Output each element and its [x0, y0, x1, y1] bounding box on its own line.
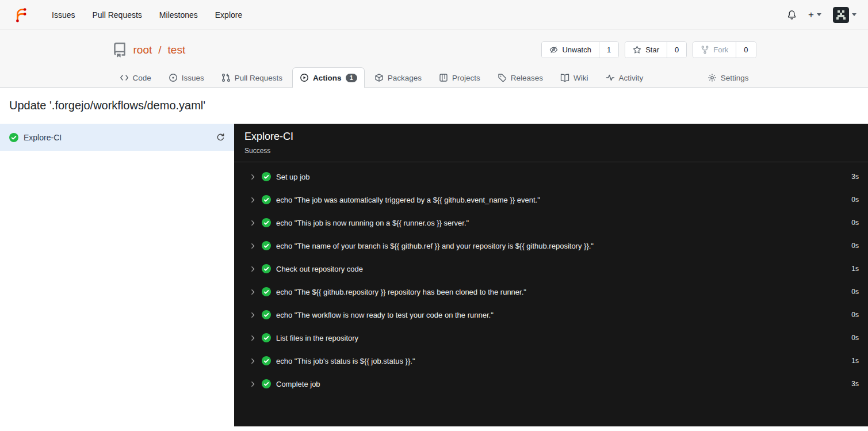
step-row[interactable]: Complete job 3s — [234, 372, 868, 395]
job-list: Explore-CI — [0, 124, 234, 426]
step-row[interactable]: Set up job 3s — [234, 165, 868, 188]
chevron-right-icon — [249, 380, 257, 388]
job-status: Success — [244, 147, 858, 155]
forgejo-logo-icon — [13, 7, 28, 22]
book-icon — [560, 73, 569, 82]
chevron-right-icon — [249, 311, 257, 319]
repo-icon — [112, 43, 127, 58]
step-duration: 0s — [851, 242, 859, 250]
avatar — [833, 7, 849, 23]
notifications-button[interactable] — [787, 10, 797, 20]
chevron-right-icon — [249, 196, 257, 204]
fork-button[interactable]: Fork — [693, 42, 736, 58]
star-count[interactable]: 0 — [667, 42, 686, 58]
log-job-title: Explore-CI — [244, 131, 858, 143]
gear-icon — [708, 73, 717, 82]
step-label: Check out repository code — [276, 265, 839, 273]
nav-item-milestones[interactable]: Milestones — [151, 6, 207, 24]
step-duration: 3s — [851, 380, 859, 388]
tab-activity[interactable]: Activity — [598, 67, 651, 88]
repo-name-link[interactable]: test — [168, 44, 186, 56]
nav-item-explore[interactable]: Explore — [207, 6, 251, 24]
run-view: Update '.forgejo/workflows/demo.yaml' Ex… — [0, 88, 868, 426]
refresh-icon[interactable] — [216, 133, 225, 142]
tab-issues[interactable]: Issues — [161, 67, 212, 88]
bell-icon — [787, 10, 797, 20]
job-item-explore-ci[interactable]: Explore-CI — [0, 124, 234, 151]
step-duration: 0s — [851, 311, 859, 319]
plus-icon: + — [808, 10, 814, 20]
create-new-button[interactable]: + — [808, 10, 821, 20]
tab-label: Actions — [313, 74, 342, 82]
step-row[interactable]: echo "This job's status is ${{ job.statu… — [234, 349, 868, 372]
step-label: echo "The ${{ github.repository }} repos… — [276, 288, 839, 296]
project-board-icon — [439, 73, 448, 82]
steps-list: Set up job 3s echo "The job was automati… — [234, 162, 868, 398]
star-icon — [633, 45, 641, 54]
unwatch-button[interactable]: Unwatch — [542, 42, 599, 58]
tab-code[interactable]: Code — [112, 67, 159, 88]
pulse-icon — [606, 73, 615, 82]
tab-wiki[interactable]: Wiki — [553, 67, 596, 88]
star-button[interactable]: Star — [625, 42, 667, 58]
tab-label: Wiki — [573, 74, 588, 82]
step-label: Set up job — [276, 173, 839, 181]
actions-count-badge: 1 — [346, 74, 357, 82]
issue-icon — [169, 73, 178, 82]
fork-label: Fork — [713, 45, 728, 54]
step-duration: 0s — [851, 196, 859, 204]
step-label: echo "This job is now running on a ${{ r… — [276, 219, 839, 227]
watch-button-group: Unwatch 1 — [541, 41, 619, 58]
fork-count[interactable]: 0 — [736, 42, 755, 58]
log-panel: Explore-CI Success Set up job 3s echo "T… — [234, 124, 868, 426]
chevron-right-icon — [249, 265, 257, 273]
step-label: echo "The name of your branch is ${{ git… — [276, 242, 839, 250]
star-label: Star — [645, 45, 659, 54]
nav-item-pull-requests[interactable]: Pull Requests — [83, 6, 150, 24]
step-row[interactable]: echo "This job is now running on a ${{ r… — [234, 211, 868, 234]
code-icon — [120, 73, 129, 82]
step-row[interactable]: echo "The job was automatically triggere… — [234, 188, 868, 211]
step-row[interactable]: echo "The ${{ github.repository }} repos… — [234, 280, 868, 303]
step-row[interactable]: echo "The workflow is now ready to test … — [234, 303, 868, 326]
repo-tabbar: Code Issues Pull Requests Actions — [112, 67, 756, 87]
tab-settings[interactable]: Settings — [700, 67, 756, 88]
chevron-right-icon — [249, 219, 257, 227]
nav-item-issues[interactable]: Issues — [43, 6, 83, 24]
step-label: echo "This job's status is ${{ job.statu… — [276, 357, 839, 365]
chevron-right-icon — [249, 242, 257, 250]
step-success-icon — [262, 287, 271, 296]
step-success-icon — [262, 195, 271, 204]
chevron-right-icon — [249, 357, 257, 365]
step-duration: 1s — [851, 265, 859, 273]
user-menu-button[interactable] — [833, 7, 856, 23]
step-row[interactable]: echo "The name of your branch is ${{ git… — [234, 234, 868, 257]
step-success-icon — [262, 172, 271, 181]
step-duration: 0s — [851, 334, 859, 342]
tab-label: Issues — [182, 74, 204, 82]
tab-label: Packages — [388, 74, 422, 82]
repo-owner-link[interactable]: root — [133, 44, 152, 56]
step-row[interactable]: List files in the repository 0s — [234, 326, 868, 349]
log-header: Explore-CI Success — [234, 124, 868, 162]
breadcrumb-separator: / — [158, 44, 161, 56]
caret-down-icon — [852, 13, 856, 16]
chevron-right-icon — [249, 173, 257, 181]
tab-label: Code — [133, 74, 151, 82]
tab-label: Projects — [452, 74, 480, 82]
primary-nav: Issues Pull Requests Milestones Explore — [43, 6, 251, 24]
step-label: Complete job — [276, 380, 839, 388]
step-row[interactable]: Check out repository code 1s — [234, 257, 868, 280]
tab-actions[interactable]: Actions 1 — [292, 67, 365, 88]
forgejo-logo[interactable] — [8, 7, 33, 22]
job-name: Explore-CI — [24, 133, 211, 142]
repo-header: root / test Unwatch 1 — [0, 30, 868, 88]
watch-count[interactable]: 1 — [599, 42, 618, 58]
pull-request-icon — [221, 73, 231, 82]
tab-projects[interactable]: Projects — [431, 67, 488, 88]
tab-packages[interactable]: Packages — [367, 67, 429, 88]
tab-pull-requests[interactable]: Pull Requests — [214, 67, 290, 88]
step-success-icon — [262, 356, 271, 365]
tab-releases[interactable]: Releases — [490, 67, 550, 88]
tab-label: Activity — [619, 74, 644, 82]
